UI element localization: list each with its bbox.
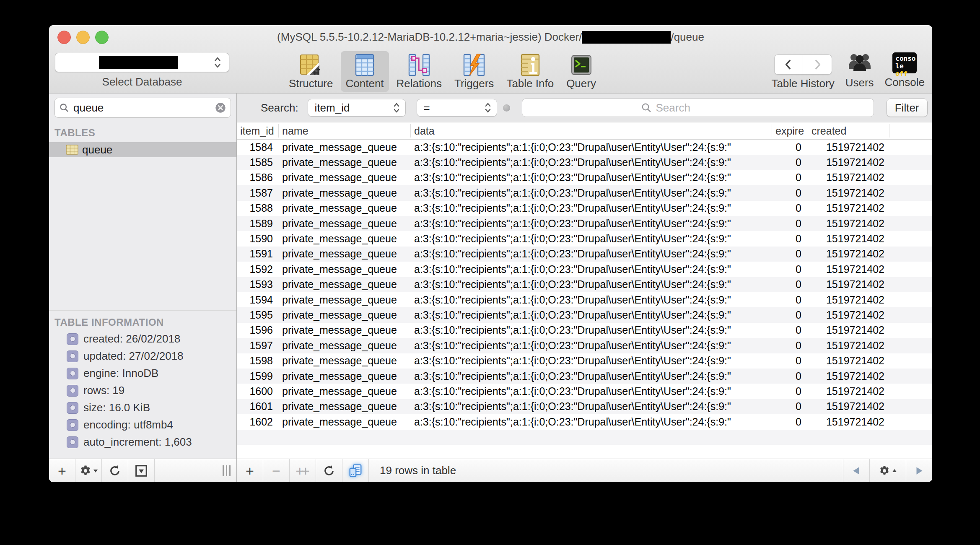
tab-relations[interactable]: Relations [391,51,447,92]
table-history-nav [774,54,832,75]
column-header-item-id[interactable]: item_id [237,124,279,138]
table-row[interactable]: 1585 private_message_queue a:3:{s:10:"re… [237,155,932,170]
cell-item-id: 1597 [237,340,279,352]
content-footer: + − ++ 19 rows in table [237,459,932,482]
table-row[interactable]: 1601 private_message_queue a:3:{s:10:"re… [237,399,932,414]
redacted-database-name [99,56,178,69]
zoom-window-button[interactable] [95,31,109,44]
cell-data: a:3:{s:10:"recipients";a:1:{i:0;O:23:"Dr… [411,202,772,214]
cell-created: 1519721402 [808,141,889,153]
cell-created: 1519721402 [808,355,889,367]
table-row[interactable]: 1595 private_message_queue a:3:{s:10:"re… [237,307,932,322]
tab-structure[interactable]: Structure [284,51,338,92]
cell-name: private_message_queue [279,233,411,245]
table-row[interactable]: 1593 private_message_queue a:3:{s:10:"re… [237,277,932,292]
cell-expire: 0 [772,278,808,291]
table-filter-field[interactable] [54,98,231,118]
table-history-label: Table History [771,77,834,90]
triangle-left-icon [851,465,862,476]
cell-expire: 0 [772,309,808,321]
column-header-expire[interactable]: expire [772,124,808,138]
users-control[interactable]: Users [845,51,874,89]
column-header-data[interactable]: data [411,124,772,138]
table-row[interactable]: 1599 private_message_queue a:3:{s:10:"re… [237,369,932,384]
console-icon: console off [892,52,917,73]
gear-icon [79,465,92,477]
close-window-button[interactable] [57,31,71,44]
content-pane: Search: item_id = [237,93,932,482]
duplicate-row-button[interactable]: ++ [290,459,316,482]
console-control[interactable]: console off Console [885,51,925,89]
previous-page-button[interactable] [843,459,869,482]
edit-in-popup-button[interactable] [342,459,369,482]
page-settings-button[interactable] [869,459,906,482]
table-row[interactable]: 1602 private_message_queue a:3:{s:10:"re… [237,414,932,429]
table-actions-button[interactable] [75,459,102,482]
info-item-created: created: 26/02/2018 [67,332,236,345]
remove-row-button[interactable]: − [263,459,290,482]
cell-expire: 0 [772,141,808,153]
cell-created: 1519721402 [808,156,889,169]
filter-field-dropdown[interactable]: item_id [308,99,406,117]
cell-created: 1519721402 [808,202,889,214]
table-row[interactable]: 1589 private_message_queue a:3:{s:10:"re… [237,216,932,231]
table-row[interactable]: 1598 private_message_queue a:3:{s:10:"re… [237,353,932,368]
sidebar-item-queue[interactable]: queue [49,142,236,157]
table-row[interactable]: 1591 private_message_queue a:3:{s:10:"re… [237,247,932,262]
query-icon [570,54,593,76]
tab-triggers[interactable]: Triggers [449,51,499,92]
cell-item-id: 1589 [237,218,279,230]
history-forward-button[interactable] [803,55,832,74]
table-row[interactable]: 1592 private_message_queue a:3:{s:10:"re… [237,262,932,277]
content-search-input[interactable] [655,101,732,115]
table-filter-input[interactable] [73,101,215,115]
table-row[interactable]: 1590 private_message_queue a:3:{s:10:"re… [237,231,932,246]
cell-created: 1519721402 [808,370,889,382]
cell-item-id: 1599 [237,370,279,382]
table-row[interactable]: 1587 private_message_queue a:3:{s:10:"re… [237,185,932,200]
table-row[interactable]: 1586 private_message_queue a:3:{s:10:"re… [237,170,932,185]
table-row[interactable]: 1596 private_message_queue a:3:{s:10:"re… [237,323,932,338]
refresh-tables-button[interactable] [102,459,128,482]
add-row-button[interactable]: + [237,459,263,482]
column-header-name[interactable]: name [279,124,411,138]
cell-item-id: 1602 [237,416,279,428]
chevron-up-down-icon [483,102,493,114]
window-title: (MySQL 5.5.5-10.2.12-MariaDB-10.2.12+mar… [49,25,932,49]
tab-table-info[interactable]: Table Info [501,51,559,92]
search-icon [641,102,652,113]
filter-operator-dropdown[interactable]: = [417,99,497,117]
view-tabs: Structure Content [284,51,604,92]
minimize-window-button[interactable] [76,31,90,44]
cell-created: 1519721402 [808,218,889,230]
sidebar-resize-handle[interactable] [223,459,236,482]
cell-item-id: 1591 [237,248,279,260]
toggle-console-button[interactable] [128,459,155,482]
column-header-created[interactable]: created [808,124,889,138]
toolbar-right: Table History Users [771,51,925,90]
cell-item-id: 1587 [237,187,279,199]
table-row[interactable]: 1600 private_message_queue a:3:{s:10:"re… [237,384,932,399]
table-row[interactable]: 1584 private_message_queue a:3:{s:10:"re… [237,140,932,155]
cell-item-id: 1584 [237,141,279,153]
cell-data: a:3:{s:10:"recipients";a:1:{i:0;O:23:"Dr… [411,141,772,153]
tab-query[interactable]: Query [561,51,601,92]
filter-button[interactable]: Filter [887,99,928,117]
table-row[interactable]: 1588 private_message_queue a:3:{s:10:"re… [237,201,932,216]
add-table-button[interactable]: + [49,459,75,482]
sidebar: TABLES queue TABLE INFORMATION created: … [49,93,237,482]
table-body: 1584 private_message_queue a:3:{s:10:"re… [237,140,932,459]
table-row[interactable]: 1594 private_message_queue a:3:{s:10:"re… [237,292,932,307]
tab-label: Query [566,77,596,90]
refresh-rows-button[interactable] [316,459,342,482]
redacted-host [582,31,671,44]
cell-created: 1519721402 [808,187,889,199]
database-dropdown[interactable] [55,53,229,72]
window-chrome: (MySQL 5.5.5-10.2.12-MariaDB-10.2.12+mar… [49,25,932,93]
next-page-button[interactable] [906,459,932,482]
clear-search-icon[interactable] [215,102,226,114]
content-search-field[interactable] [522,99,874,117]
history-back-button[interactable] [775,55,804,74]
table-row[interactable]: 1597 private_message_queue a:3:{s:10:"re… [237,338,932,353]
tab-content[interactable]: Content [341,51,389,92]
